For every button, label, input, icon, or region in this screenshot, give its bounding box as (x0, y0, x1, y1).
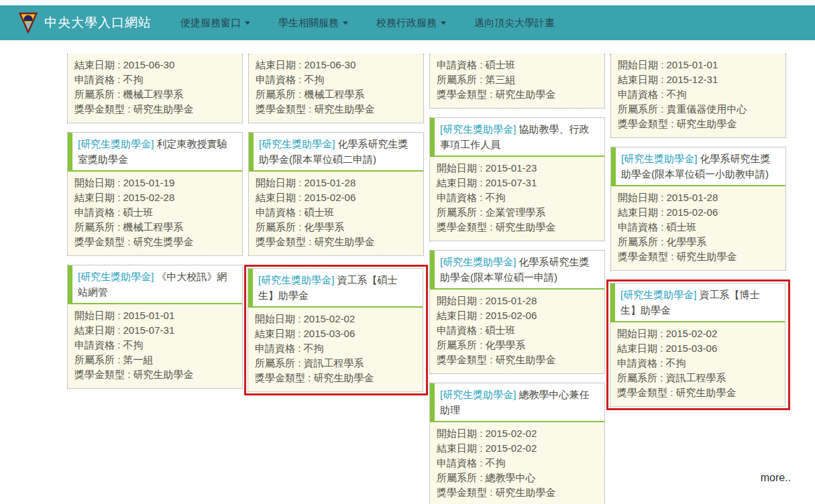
card-field: 獎學金類型 : 研究生獎學金 (74, 235, 235, 249)
scholarship-category-link[interactable]: [研究生獎助學金] (440, 389, 516, 400)
card-field: 結束日期 : 2015-02-06 (618, 205, 779, 220)
card-body: 結束日期 : 2015-06-30申請資格 : 不拘所屬系所 : 機械工程學系獎… (249, 54, 423, 123)
card-title: [研究生獎助學金] 利定東教授實驗室獎助學金 (68, 133, 242, 172)
nav-link-label: 邁向頂尖大學計畫 (474, 17, 555, 29)
scholarship-card: 申請資格 : 碩士班所屬系所 : 第三組獎學金類型 : 研究生助學金 (429, 54, 605, 109)
card-field: 獎學金類型 : 研究生助學金 (437, 353, 598, 367)
scholarship-card: [研究生獎助學金] 《中大校訊》網站網管開始日期 : 2015-01-01結束日… (67, 265, 243, 389)
card-field: 開始日期 : 2015-01-28 (256, 176, 417, 190)
card-title: [研究生獎助學金] 資工系【博士生】助學金 (610, 284, 785, 322)
card-field: 申請資格 : 不拘 (618, 87, 779, 102)
scholarship-category-link[interactable]: [研究生獎助學金] (440, 123, 516, 135)
card-field: 開始日期 : 2015-01-01 (618, 58, 779, 72)
card-field: 所屬系所 : 總教學中心 (437, 470, 598, 485)
card-field: 結束日期 : 2015-02-06 (437, 308, 598, 323)
card-body: 結束日期 : 2015-06-30申請資格 : 不拘所屬系所 : 機械工程學系獎… (68, 54, 242, 123)
card-field: 所屬系所 : 化學學系 (437, 338, 598, 353)
scholarship-card: [研究生獎助學金] 協助教學、行政事項工作人員開始日期 : 2015-01-23… (429, 117, 605, 241)
card-field: 申請資格 : 碩士班 (437, 58, 598, 72)
chevron-down-icon (343, 21, 348, 25)
card-body: 開始日期 : 2015-01-23結束日期 : 2015-07-31申請資格 :… (430, 157, 604, 241)
card-field: 獎學金類型 : 研究生助學金 (618, 117, 779, 131)
card-field: 申請資格 : 碩士班 (256, 205, 417, 220)
scholarship-category-link[interactable]: [研究生獎助學金] (259, 138, 335, 149)
chevron-down-icon (441, 21, 446, 25)
card-body: 開始日期 : 2015-01-19結束日期 : 2015-02-28申請資格 :… (68, 172, 242, 255)
card-field: 結束日期 : 2015-02-06 (256, 190, 417, 205)
scholarship-category-link[interactable]: [研究生獎助學金] (621, 153, 697, 164)
card-field: 結束日期 : 2015-02-02 (437, 441, 598, 456)
nav-link-4[interactable]: 邁向頂尖大學計畫 (460, 5, 569, 40)
card-field: 申請資格 : 不拘 (255, 341, 416, 356)
board-column-3: 申請資格 : 碩士班所屬系所 : 第三組獎學金類型 : 研究生助學金[研究生獎助… (429, 54, 605, 504)
board-column-1: 結束日期 : 2015-06-30申請資格 : 不拘所屬系所 : 機械工程學系獎… (67, 54, 243, 389)
card-field: 獎學金類型 : 研究生助學金 (74, 102, 235, 117)
card-field: 獎學金類型 : 研究生助學金 (437, 220, 598, 235)
card-field: 所屬系所 : 機械工程學系 (74, 87, 235, 102)
card-body: 開始日期 : 2015-01-28結束日期 : 2015-02-06申請資格 :… (611, 186, 785, 270)
nav-link-label: 校務行政服務 (376, 17, 437, 29)
top-navbar: 中央大學入口網站 便捷服務窗口學生相關服務校務行政服務邁向頂尖大學計畫 (0, 5, 815, 40)
scholarship-card: [研究生獎助學金] 化學系研究生獎助學金(限本單位碩二申請)開始日期 : 201… (248, 132, 424, 256)
card-body: 開始日期 : 2015-02-02結束日期 : 2015-03-06申請資格 :… (248, 308, 423, 391)
card-body: 開始日期 : 2015-02-02結束日期 : 2015-03-06申請資格 :… (610, 322, 785, 406)
card-field: 開始日期 : 2015-02-02 (437, 426, 598, 441)
card-field: 所屬系所 : 化學學系 (618, 235, 779, 249)
card-field: 開始日期 : 2015-01-01 (74, 308, 235, 323)
navbar-menu: 便捷服務窗口學生相關服務校務行政服務邁向頂尖大學計畫 (166, 5, 569, 40)
card-field: 申請資格 : 不拘 (256, 72, 417, 87)
card-title: [研究生獎助學金] 化學系研究生獎助學金(限本單位碩一小助教申請) (611, 147, 785, 186)
navbar-brand[interactable]: 中央大學入口網站 (19, 12, 152, 34)
card-body: 申請資格 : 碩士班所屬系所 : 第三組獎學金類型 : 研究生助學金 (430, 54, 604, 108)
card-field: 獎學金類型 : 研究生助學金 (437, 485, 598, 500)
card-field: 開始日期 : 2015-01-19 (74, 176, 235, 190)
card-title: [研究生獎助學金] 資工系【碩士生】助學金 (248, 269, 423, 308)
nav-link-3[interactable]: 校務行政服務 (362, 5, 460, 40)
card-field: 所屬系所 : 機械工程學系 (74, 220, 235, 235)
nav-link-1[interactable]: 便捷服務窗口 (166, 5, 264, 40)
card-field: 獎學金類型 : 研究生助學金 (256, 235, 417, 249)
scholarship-category-link[interactable]: [研究生獎助學金] (258, 274, 334, 286)
card-field: 開始日期 : 2015-01-23 (437, 161, 598, 176)
card-field: 結束日期 : 2015-07-31 (437, 176, 598, 190)
card-field: 所屬系所 : 第一組 (74, 353, 235, 367)
card-title: [研究生獎助學金] 化學系研究生獎助學金(限本單位碩一申請) (430, 251, 604, 290)
card-field: 申請資格 : 不拘 (617, 356, 778, 371)
card-field: 獎學金類型 : 研究生助學金 (255, 371, 416, 385)
scholarship-card: [研究生獎助學金] 資工系【博士生】助學金開始日期 : 2015-02-02結束… (610, 283, 785, 407)
card-field: 獎學金類型 : 研究生助學金 (437, 87, 598, 102)
card-field: 所屬系所 : 資訊工程學系 (255, 356, 416, 371)
scholarship-category-link[interactable]: [研究生獎助學金] (620, 289, 696, 300)
card-field: 所屬系所 : 貴重儀器使用中心 (618, 102, 779, 117)
site-title[interactable]: 中央大學入口網站 (44, 14, 152, 32)
card-field: 申請資格 : 碩士班 (74, 205, 235, 220)
nav-item-3: 校務行政服務 (362, 5, 460, 40)
scholarship-card: [研究生獎助學金] 資工系【碩士生】助學金開始日期 : 2015-02-02結束… (248, 268, 423, 392)
card-field: 結束日期 : 2015-07-31 (74, 323, 235, 338)
card-field: 獎學金類型 : 研究生助學金 (74, 367, 235, 382)
more-link[interactable]: more.. (761, 472, 791, 484)
scholarship-board: 結束日期 : 2015-06-30申請資格 : 不拘所屬系所 : 機械工程學系獎… (67, 54, 786, 504)
card-field: 結束日期 : 2015-02-28 (74, 190, 235, 205)
card-body: 開始日期 : 2015-01-28結束日期 : 2015-02-06申請資格 :… (430, 290, 604, 373)
card-field: 獎學金類型 : 研究生助學金 (618, 249, 779, 264)
nav-item-2: 學生相關服務 (264, 5, 362, 40)
scholarship-card: [研究生獎助學金] 化學系研究生獎助學金(限本單位碩一申請)開始日期 : 201… (429, 250, 605, 374)
card-field: 結束日期 : 2015-03-06 (255, 326, 416, 341)
card-body: 開始日期 : 2015-01-01結束日期 : 2015-12-31申請資格 :… (611, 54, 785, 137)
nav-link-2[interactable]: 學生相關服務 (264, 5, 362, 40)
scholarship-category-link[interactable]: [研究生獎助學金] (78, 138, 154, 149)
card-body: 開始日期 : 2015-01-28結束日期 : 2015-02-06申請資格 :… (249, 172, 423, 255)
board-column-2: 結束日期 : 2015-06-30申請資格 : 不拘所屬系所 : 機械工程學系獎… (248, 54, 424, 395)
card-field: 申請資格 : 不拘 (437, 456, 598, 470)
scholarship-category-link[interactable]: [研究生獎助學金] (78, 271, 154, 282)
card-field: 開始日期 : 2015-02-02 (617, 326, 778, 341)
card-field: 開始日期 : 2015-02-02 (255, 312, 416, 326)
scholarship-category-link[interactable]: [研究生獎助學金] (440, 256, 516, 267)
card-field: 申請資格 : 碩士班 (437, 323, 598, 338)
card-field: 結束日期 : 2015-06-30 (256, 58, 417, 72)
board-column-4: 開始日期 : 2015-01-01結束日期 : 2015-12-31申請資格 :… (610, 54, 786, 410)
card-field: 所屬系所 : 企業管理學系 (437, 205, 598, 220)
scholarship-card: [研究生獎助學金] 化學系研究生獎助學金(限本單位碩一小助教申請)開始日期 : … (610, 147, 786, 271)
card-body: 開始日期 : 2015-01-01結束日期 : 2015-07-31申請資格 :… (68, 304, 242, 388)
